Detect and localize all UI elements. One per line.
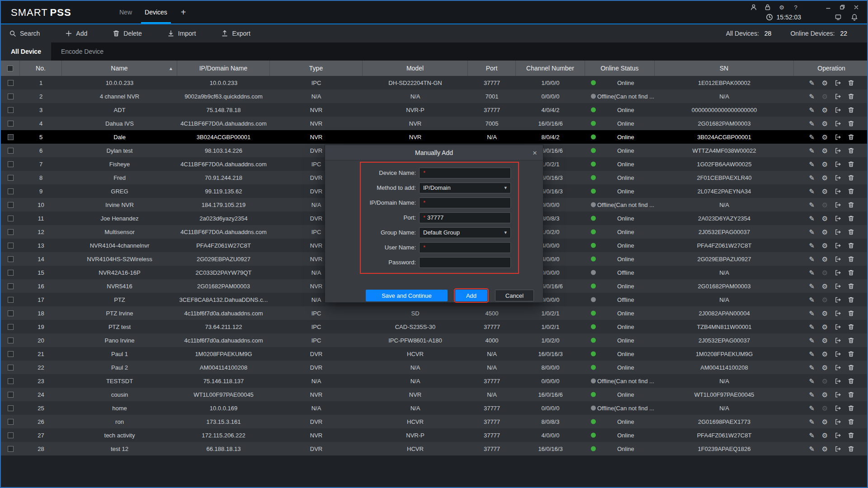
settings-icon[interactable]: ⚙ [821,242,829,249]
settings-icon[interactable]: ⚙ [821,391,829,398]
password-input[interactable] [419,257,511,268]
edit-icon[interactable]: ✎ [808,337,816,344]
edit-icon[interactable]: ✎ [808,160,816,168]
delete-icon[interactable] [848,391,855,398]
settings-icon[interactable]: ⚙ [821,201,829,208]
logout-icon[interactable] [835,418,842,425]
delete-icon[interactable] [848,174,855,181]
settings-icon[interactable]: ⚙ [821,93,829,100]
settings-icon[interactable]: ⚙ [821,106,829,113]
settings-icon[interactable]: ⚙ [821,377,829,385]
export-button[interactable]: Export [221,30,250,37]
search-button[interactable]: Search [9,30,40,37]
row-checkbox[interactable] [1,320,20,333]
row-checkbox[interactable] [1,225,20,239]
logout-icon[interactable] [835,160,842,168]
edit-icon[interactable]: ✎ [808,418,816,425]
row-checkbox[interactable] [1,415,20,428]
logout-icon[interactable] [835,120,842,127]
settings-icon[interactable]: ⚙ [821,296,829,303]
edit-icon[interactable]: ✎ [808,445,816,452]
row-checkbox[interactable] [1,333,20,347]
settings-icon[interactable]: ⚙ [821,133,829,141]
edit-icon[interactable]: ✎ [808,79,816,86]
delete-icon[interactable] [848,160,855,168]
delete-icon[interactable] [848,255,855,263]
delete-icon[interactable] [848,242,855,249]
add-tab-button[interactable]: + [174,1,193,23]
logout-icon[interactable] [835,242,842,249]
row-checkbox[interactable] [1,103,20,117]
delete-icon[interactable] [848,418,855,425]
row-checkbox[interactable] [1,76,20,89]
row-checkbox[interactable] [1,266,20,279]
settings-icon[interactable]: ⚙ [821,404,829,412]
delete-icon[interactable] [848,364,855,371]
delete-icon[interactable] [848,404,855,412]
table-row[interactable]: 28test 1266.188.18.13DVRHCVR3777716/0/16… [1,442,867,455]
table-row[interactable]: 23TESTSDT75.146.118.137N/AN/A377770/0/0/… [1,374,867,388]
edit-icon[interactable]: ✎ [808,404,816,412]
settings-icon[interactable]: ⚙ [821,188,829,195]
row-checkbox[interactable] [1,293,20,306]
logout-icon[interactable] [835,323,842,330]
logout-icon[interactable] [835,228,842,235]
table-row[interactable]: 20Pano Irvine4c11bf6f7d0a.dahuaddns.comI… [1,333,867,347]
edit-icon[interactable]: ✎ [808,147,816,154]
delete-icon[interactable] [848,350,855,357]
delete-button[interactable]: Delete [113,30,142,37]
delete-icon[interactable] [848,188,855,195]
edit-icon[interactable]: ✎ [808,188,816,195]
save-and-continue-button[interactable]: Save and Continue [366,290,448,301]
delete-icon[interactable] [848,79,855,86]
settings-icon[interactable]: ⚙ [821,350,829,357]
cancel-button[interactable]: Cancel [495,290,534,301]
method-to-add-select[interactable]: IP/Domain▾ [419,183,511,193]
row-checkbox[interactable] [1,144,20,157]
edit-icon[interactable]: ✎ [808,391,816,398]
logout-icon[interactable] [835,296,842,303]
logout-icon[interactable] [835,404,842,412]
delete-icon[interactable] [848,201,855,208]
edit-icon[interactable]: ✎ [808,377,816,385]
logout-icon[interactable] [835,93,842,100]
edit-icon[interactable]: ✎ [808,296,816,303]
add-device-button[interactable]: Add [455,290,487,301]
tab-devices[interactable]: Devices [138,1,174,23]
logout-icon[interactable] [835,147,842,154]
logout-icon[interactable] [835,174,842,181]
table-row[interactable]: 110.0.0.23310.0.0.233IPCDH-SD22204TN-GN3… [1,76,867,89]
close-icon[interactable] [853,4,860,11]
alarm-bell-icon[interactable] [851,14,858,21]
edit-icon[interactable]: ✎ [808,174,816,181]
edit-icon[interactable]: ✎ [808,432,816,439]
settings-icon[interactable]: ⚙ [821,364,829,371]
logout-icon[interactable] [835,377,842,385]
row-checkbox[interactable] [1,239,20,252]
table-row[interactable]: 5Dale3B024ACGBP00001NVRNVRN/A8/0/4/2Onli… [1,130,867,144]
header-channel-number[interactable]: Channel Number [516,61,585,76]
edit-icon[interactable]: ✎ [808,310,816,317]
edit-icon[interactable]: ✎ [808,269,816,276]
delete-icon[interactable] [848,147,855,154]
logout-icon[interactable] [835,188,842,195]
settings-icon[interactable]: ⚙ [821,269,829,276]
table-row[interactable]: 18PTZ Irvine4c11bf6f7d0a.dahuaddns.comIP… [1,306,867,320]
edit-icon[interactable]: ✎ [808,364,816,371]
settings-icon[interactable]: ⚙ [821,282,829,290]
delete-icon[interactable] [848,133,855,141]
delete-icon[interactable] [848,228,855,235]
settings-icon[interactable]: ⚙ [821,323,829,330]
row-checkbox[interactable] [1,117,20,130]
settings-icon[interactable]: ⚙ [821,79,829,86]
settings-gear-icon[interactable]: ⚙ [778,4,785,11]
row-checkbox[interactable] [1,428,20,442]
logout-icon[interactable] [835,201,842,208]
dialog-close-icon[interactable]: × [533,149,537,156]
row-checkbox[interactable] [1,130,20,144]
logout-icon[interactable] [835,337,842,344]
edit-icon[interactable]: ✎ [808,120,816,127]
logout-icon[interactable] [835,282,842,290]
row-checkbox[interactable] [1,157,20,171]
edit-icon[interactable]: ✎ [808,242,816,249]
